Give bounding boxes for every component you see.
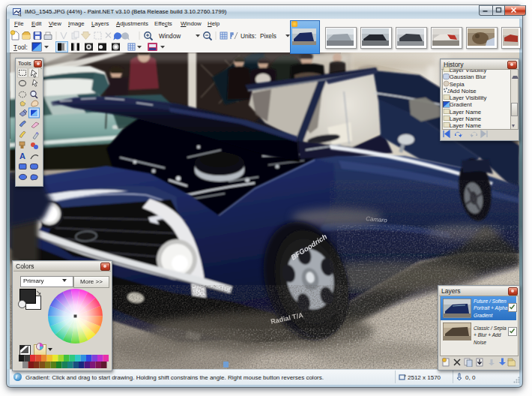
svg-text:Pixels: Pixels xyxy=(260,33,276,40)
svg-text:Window: Window xyxy=(159,33,181,40)
svg-text:A: A xyxy=(19,152,25,160)
svg-text:ool:: ool: xyxy=(18,44,28,51)
svg-text:Units:: Units: xyxy=(241,33,256,40)
svg-text:T: T xyxy=(13,44,17,51)
